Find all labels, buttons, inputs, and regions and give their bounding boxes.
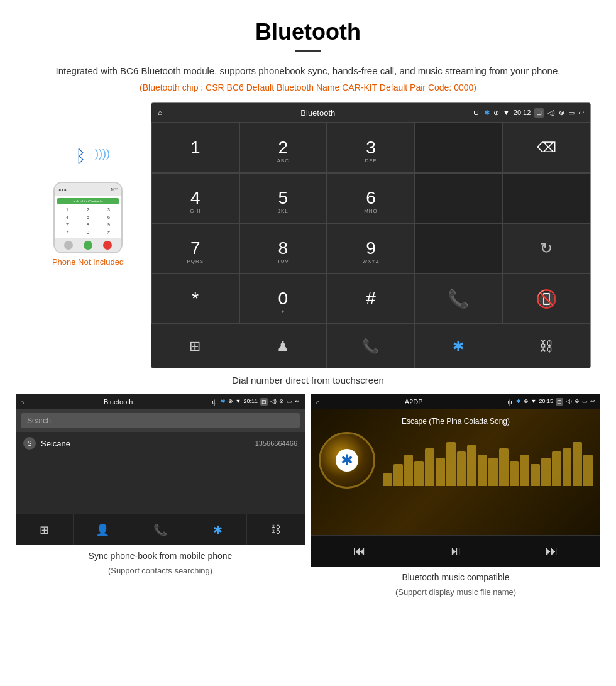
- pb-toolbar: ⊞ 👤 📞 ✱ ⛓: [16, 514, 305, 545]
- toolbar-grid[interactable]: ⊞: [151, 324, 239, 368]
- eq-bar: [499, 448, 509, 486]
- ms-window: ▭: [582, 398, 588, 406]
- phone-key-hash: #: [99, 229, 119, 236]
- window-icon: ▭: [568, 109, 575, 117]
- music-next-btn[interactable]: ⏭: [504, 536, 600, 567]
- eq-bar: [478, 455, 487, 486]
- pb-close: ⊗: [279, 398, 284, 406]
- phone-key-star: *: [57, 229, 77, 236]
- ms-status-icons: ✱ ⊕ ▼ 20:15 ⊡ ◁) ⊗ ▭ ↩: [516, 398, 595, 406]
- usb-icon: ψ: [473, 108, 479, 117]
- ms-camera: ⊡: [556, 398, 563, 406]
- dial-toolbar: ⊞ ♟ 📞 ✱ ⛓: [151, 324, 590, 368]
- eq-bar: [510, 461, 519, 486]
- status-icons: ✱ ⊕ ▼ 20:12 ⊡ ◁) ⊗ ▭ ↩: [484, 108, 584, 118]
- album-art: ✱: [319, 432, 375, 489]
- signal-icon: ▼: [503, 109, 510, 116]
- dial-key-9[interactable]: 9WXYZ: [327, 223, 415, 274]
- dial-key-star[interactable]: *: [151, 274, 239, 324]
- phone-keypad: 1 2 3 4 5 6 7 8 9 * 0 #: [57, 206, 119, 236]
- ms-usb-icon: ψ: [507, 399, 512, 406]
- phone-key-5: 5: [78, 214, 98, 221]
- dial-key-7[interactable]: 7PQRS: [151, 223, 239, 274]
- ms-time: 20:15: [539, 398, 553, 406]
- dial-key-0[interactable]: 0+: [239, 274, 327, 324]
- eq-bar: [383, 473, 392, 486]
- pb-time: 20:11: [243, 398, 258, 406]
- dial-key-1[interactable]: 1: [151, 123, 239, 173]
- bluetooth-icon-area: ᛒ )))): [69, 140, 107, 178]
- search-placeholder: Search: [27, 416, 51, 425]
- music-song-title: Escape (The Pina Colada Song): [402, 417, 510, 426]
- dial-backspace[interactable]: ⌫: [502, 123, 590, 173]
- pb-toolbar-bt[interactable]: ✱: [189, 514, 247, 545]
- toolbar-link[interactable]: ⛓: [502, 324, 590, 368]
- toolbar-phone[interactable]: 📞: [327, 324, 415, 368]
- dial-key-5[interactable]: 5JKL: [239, 173, 327, 223]
- music-playpause-btn[interactable]: ⏯: [407, 536, 503, 567]
- ms-vol: ◁): [566, 398, 572, 406]
- main-caption: Dial number direct from touchscreen: [0, 375, 616, 385]
- eq-bar: [393, 464, 403, 486]
- dial-key-2[interactable]: 2ABC: [239, 123, 327, 173]
- ms-signal: ▼: [531, 398, 537, 406]
- eq-bar: [436, 458, 445, 486]
- phone-key-2: 2: [78, 206, 98, 213]
- pb-toolbar-phone[interactable]: 📞: [131, 514, 189, 545]
- contact-initial: S: [23, 437, 36, 450]
- contact-name: Seicane: [41, 439, 250, 448]
- phonebook-caption-sub: (Support contacts searching): [16, 565, 305, 577]
- pb-toolbar-link[interactable]: ⛓: [247, 514, 305, 545]
- music-caption: Bluetooth music compatible: [314, 572, 598, 584]
- pb-window: ▭: [287, 398, 292, 406]
- eq-bar: [488, 458, 498, 486]
- dial-screen: ⌂ Bluetooth ψ ✱ ⊕ ▼ 20:12 ⊡ ◁) ⊗ ▭ ↩ 1 2…: [151, 102, 591, 368]
- location-icon: ⊕: [493, 109, 499, 117]
- ms-title: A2DP: [324, 398, 503, 406]
- phone-btn-back: [64, 241, 73, 250]
- dial-call-red[interactable]: 📵: [502, 274, 590, 324]
- dial-key-6[interactable]: 6MNO: [327, 173, 415, 223]
- pb-toolbar-grid[interactable]: ⊞: [16, 514, 74, 545]
- home-icon: ⌂: [158, 108, 162, 117]
- pb-home-icon: ⌂: [21, 399, 25, 406]
- dial-key-3[interactable]: 3DEF: [327, 123, 415, 173]
- search-bar[interactable]: Search: [21, 413, 300, 428]
- toolbar-bluetooth[interactable]: ✱: [415, 324, 503, 368]
- camera-icon: ⊡: [534, 108, 544, 118]
- bt-status-icon: ✱: [484, 109, 490, 117]
- specs-text: (Bluetooth chip : CSR BC6 Default Blueto…: [0, 82, 616, 92]
- phone-key-9: 9: [99, 221, 119, 228]
- toolbar-person[interactable]: ♟: [239, 324, 327, 368]
- dial-empty-2: [415, 173, 503, 223]
- dial-key-hash[interactable]: #: [327, 274, 415, 324]
- dial-empty-4: [415, 223, 503, 274]
- dial-key-8[interactable]: 8TUV: [239, 223, 327, 274]
- dial-refresh[interactable]: ↻: [502, 223, 590, 274]
- main-screenshot-area: ᛒ )))) ●●● MY + Add to Contacts 1 2 3 4 …: [0, 102, 616, 368]
- contact-list-space: [16, 455, 305, 506]
- dial-call-green[interactable]: 📞: [415, 274, 503, 324]
- music-device: ⌂ A2DP ψ ✱ ⊕ ▼ 20:15 ⊡ ◁) ⊗ ▭ ↩ Escape (…: [311, 394, 600, 567]
- close-icon: ⊗: [559, 109, 564, 117]
- music-prev-btn[interactable]: ⏮: [311, 536, 407, 567]
- dial-empty-1: [415, 123, 503, 173]
- phonebook-caption: Sync phone-book from mobile phone: [18, 550, 302, 563]
- phone-key-8: 8: [78, 221, 98, 228]
- pb-camera: ⊡: [260, 398, 268, 406]
- dial-key-4[interactable]: 4GHI: [151, 173, 239, 223]
- dial-status-bar: ⌂ Bluetooth ψ ✱ ⊕ ▼ 20:12 ⊡ ◁) ⊗ ▭ ↩: [151, 103, 590, 122]
- page-title: Bluetooth: [0, 0, 616, 50]
- bt-music-icon: ✱: [336, 449, 358, 472]
- eq-bar: [425, 448, 434, 486]
- music-status-bar: ⌂ A2DP ψ ✱ ⊕ ▼ 20:15 ⊡ ◁) ⊗ ▭ ↩: [311, 394, 600, 409]
- music-content: Escape (The Pina Colada Song) ✱: [311, 409, 600, 535]
- pb-toolbar-user[interactable]: 👤: [74, 514, 131, 545]
- contact-list: S Seicane 13566664466: [16, 432, 305, 514]
- phone-add-contacts-btn[interactable]: + Add to Contacts: [57, 198, 119, 204]
- dialpad: 1 2ABC 3DEF ⌫ 4GHI 5JKL 6MNO 7PQRS 8TUV …: [151, 122, 590, 324]
- ms-location: ⊕: [524, 398, 529, 406]
- phone-btn-end: [103, 241, 112, 250]
- eq-bar: [457, 451, 466, 486]
- phone-screen: + Add to Contacts 1 2 3 4 5 6 7 8 9 * 0 …: [55, 196, 121, 238]
